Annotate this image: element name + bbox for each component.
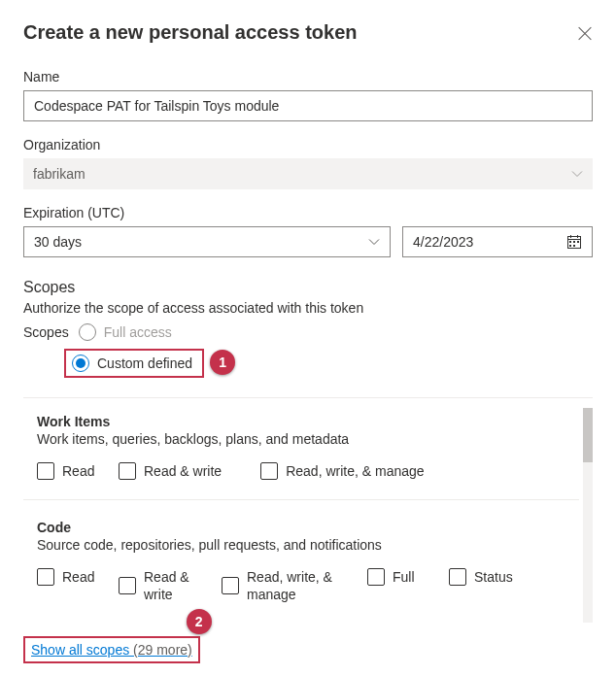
expiration-section: Expiration (UTC) 30 days 4/22/2023 — [23, 205, 593, 257]
custom-defined-label: Custom defined — [97, 355, 192, 371]
svg-rect-5 — [573, 241, 575, 243]
name-section: Name — [23, 69, 593, 121]
work-items-rwm-checkbox[interactable] — [260, 462, 278, 480]
scope-group-code: Code Source code, repositories, pull req… — [23, 520, 579, 623]
code-status[interactable]: Status — [449, 568, 513, 586]
dialog-header: Create a new personal access token — [23, 21, 593, 44]
name-input[interactable] — [23, 90, 593, 121]
expiration-dropdown[interactable]: 30 days — [23, 226, 391, 257]
expiration-dropdown-value: 30 days — [34, 234, 82, 250]
organization-section: Organization fabrikam — [23, 137, 593, 189]
chevron-down-icon — [368, 236, 380, 248]
work-items-desc: Work items, queries, backlogs, plans, an… — [37, 431, 579, 447]
custom-defined-highlight: Custom defined 1 — [64, 349, 204, 378]
show-all-highlight: Show all scopes (29 more) 2 — [23, 636, 200, 663]
scopes-radio-row: Scopes Full access — [23, 323, 593, 341]
svg-rect-4 — [569, 241, 571, 243]
scrollbar-thumb[interactable] — [583, 408, 593, 462]
svg-rect-8 — [573, 245, 575, 247]
annotation-1: 1 — [210, 350, 235, 375]
work-items-read[interactable]: Read — [37, 462, 95, 480]
scopes-scroll-area: Work Items Work items, queries, backlogs… — [23, 397, 593, 623]
code-rw-checkbox[interactable] — [119, 577, 136, 594]
code-rw[interactable]: Read & write — [119, 568, 198, 603]
work-items-rw[interactable]: Read & write — [119, 462, 222, 480]
svg-rect-7 — [569, 245, 571, 247]
expiration-date-value: 4/22/2023 — [413, 234, 473, 250]
code-read[interactable]: Read — [37, 568, 95, 586]
scopes-subtext: Authorize the scope of access associated… — [23, 300, 593, 316]
name-label: Name — [23, 69, 593, 84]
work-items-rwm[interactable]: Read, write, & manage — [260, 462, 424, 480]
expiration-label: Expiration (UTC) — [23, 205, 593, 220]
expiration-date-input[interactable]: 4/22/2023 — [402, 226, 593, 257]
show-all-scopes-link[interactable]: Show all scopes (29 more) — [31, 642, 192, 658]
scopes-heading: Scopes — [23, 279, 593, 296]
svg-rect-6 — [577, 241, 579, 243]
full-access-radio[interactable] — [79, 323, 96, 341]
organization-label: Organization — [23, 137, 593, 152]
code-desc: Source code, repositories, pull requests… — [37, 537, 579, 553]
scopes-row-label: Scopes — [23, 324, 69, 340]
chevron-down-icon — [571, 168, 583, 180]
calendar-icon — [566, 234, 582, 250]
close-icon[interactable] — [577, 25, 593, 41]
work-items-rw-checkbox[interactable] — [119, 462, 136, 480]
code-status-checkbox[interactable] — [449, 568, 466, 586]
code-rwm[interactable]: Read, write, & manage — [222, 568, 344, 603]
scope-group-work-items: Work Items Work items, queries, backlogs… — [23, 414, 579, 500]
code-rwm-checkbox[interactable] — [222, 577, 239, 594]
dialog-title: Create a new personal access token — [23, 21, 358, 44]
work-items-read-checkbox[interactable] — [37, 462, 54, 480]
organization-value: fabrikam — [33, 166, 86, 182]
code-full-checkbox[interactable] — [367, 568, 385, 586]
code-full[interactable]: Full — [367, 568, 426, 586]
organization-select[interactable]: fabrikam — [23, 158, 593, 189]
code-read-checkbox[interactable] — [37, 568, 54, 586]
code-title: Code — [37, 520, 579, 535]
full-access-label: Full access — [104, 324, 172, 340]
work-items-title: Work Items — [37, 414, 579, 429]
annotation-2: 2 — [187, 609, 212, 634]
custom-defined-radio[interactable] — [72, 355, 89, 372]
